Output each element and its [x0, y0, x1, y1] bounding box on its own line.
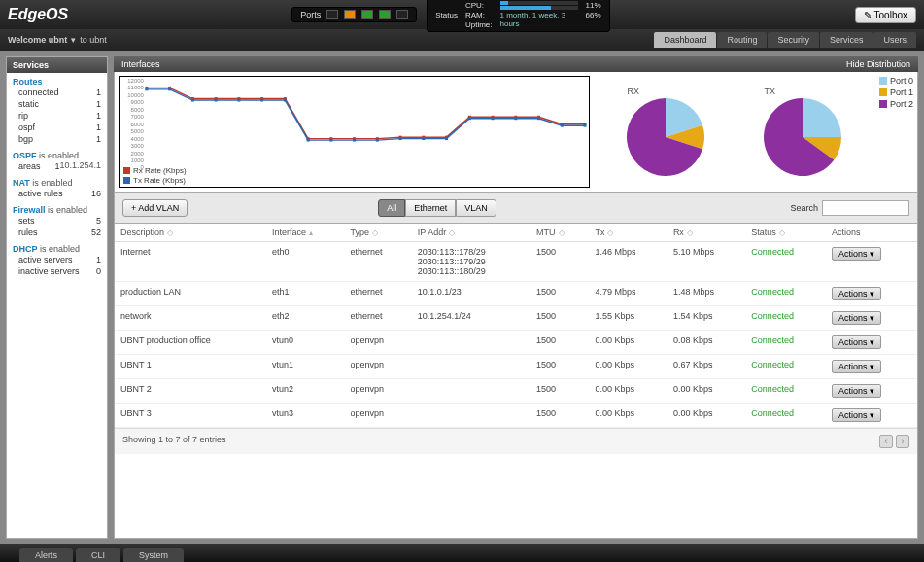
legend-item: Port 1 [879, 88, 913, 97]
toolbox-button[interactable]: ✎ Toolbox [855, 7, 916, 23]
svg-rect-37 [237, 99, 240, 102]
cell-status: Connected [745, 331, 826, 355]
next-page-button[interactable]: › [896, 435, 909, 448]
cell-if: vtun2 [266, 379, 344, 404]
sidebar-group-routes[interactable]: Routes [13, 77, 101, 87]
svg-text:6000: 6000 [131, 122, 145, 127]
status-box: Status CPU: RAM: Uptime: 1 month, 1 week… [427, 0, 609, 32]
welcome-dropdown-icon[interactable]: ▾ [71, 35, 76, 45]
cell-ip [412, 355, 530, 379]
table-row: UBNT 3vtun3openvpn15000.00 Kbps0.00 Kbps… [115, 404, 917, 428]
content: Interfaces Hide Distribution 01000200030… [114, 56, 918, 539]
sidebar-group-ospf[interactable]: OSPF is enabled 10.1.254.1 [13, 151, 101, 160]
sidebar-group-dhcp[interactable]: DHCP is enabled [13, 244, 101, 254]
top-bar: EdgeOS Ports Status CPU: RAM: Uptime: 1 … [0, 0, 924, 29]
filter-ethernet-button[interactable]: Ethernet [405, 199, 456, 217]
cell-tx: 0.00 Kbps [589, 331, 667, 355]
cell-status: Connected [745, 306, 826, 331]
add-vlan-button[interactable]: + Add VLAN [122, 199, 188, 217]
cell-rx: 1.54 Kbps [667, 306, 745, 331]
col-rx[interactable]: Rx◇ [667, 224, 745, 242]
cell-desc: UBNT 2 [115, 379, 266, 404]
cell-mtu: 1500 [530, 331, 589, 355]
cell-tx: 1.55 Kbps [589, 306, 667, 331]
table-row: networketh2ethernet10.1.254.1/2415001.55… [115, 306, 917, 331]
chart-legend: Rx Rate (Kbps)Tx Rate (Kbps) [123, 166, 187, 185]
tab-routing[interactable]: Routing [717, 32, 767, 48]
sidebar-item: rip1 [13, 110, 101, 122]
sidebar-group-firewall[interactable]: Firewall is enabled [13, 205, 101, 215]
hide-distribution-link[interactable]: Hide Distribution [846, 59, 910, 69]
svg-rect-38 [260, 99, 263, 102]
cell-status: Connected [745, 282, 826, 306]
cell-rx: 0.00 Kbps [667, 379, 745, 404]
cell-if: eth1 [266, 282, 344, 306]
col-description[interactable]: Description◇ [115, 224, 266, 242]
port-4-icon [396, 10, 408, 19]
cell-mtu: 1500 [530, 242, 589, 282]
svg-rect-39 [284, 99, 287, 102]
col-actions[interactable]: Actions [826, 224, 917, 242]
cell-status: Connected [745, 355, 826, 379]
row-actions-button[interactable]: Actions ▾ [832, 247, 881, 261]
table-row: production LANeth1ethernet10.1.0.1/23150… [115, 282, 917, 306]
prev-page-button[interactable]: ‹ [879, 435, 893, 448]
footer-bar: AlertsCLISystem [0, 544, 924, 562]
cell-rx: 0.00 Kbps [667, 404, 745, 428]
tab-services[interactable]: Services [820, 32, 873, 48]
sidebar-item: active servers1 [13, 254, 101, 265]
footer-tab-cli[interactable]: CLI [76, 548, 120, 562]
tab-dashboard[interactable]: Dashboard [654, 32, 716, 48]
row-actions-button[interactable]: Actions ▾ [832, 311, 881, 325]
row-actions-button[interactable]: Actions ▾ [832, 287, 881, 300]
svg-rect-43 [376, 139, 379, 142]
svg-text:8000: 8000 [131, 107, 145, 113]
cell-ip: 2030:113::178/292030:113::179/292030:113… [412, 242, 530, 282]
main-area: Services Routesconnected1static1rip1ospf… [0, 51, 924, 544]
col-tx[interactable]: Tx◇ [589, 224, 667, 242]
pie-tx: TX [764, 87, 841, 178]
cell-type: openvpn [344, 379, 411, 404]
logo: EdgeOS [8, 6, 68, 23]
sidebar-item: areas1 [13, 160, 59, 172]
svg-rect-41 [329, 139, 332, 142]
table-footer-text: Showing 1 to 7 of 7 entries [122, 435, 226, 448]
svg-rect-45 [422, 137, 425, 140]
ram-label: RAM: [465, 11, 493, 19]
svg-text:11000: 11000 [127, 85, 144, 90]
interfaces-table-wrap: Description◇Interface▴Type◇IP Addr◇MTU◇T… [114, 224, 918, 539]
sidebar-item: inactive servers0 [13, 265, 101, 277]
col-mtu[interactable]: MTU◇ [530, 224, 589, 242]
col-interface[interactable]: Interface▴ [266, 224, 344, 242]
row-actions-button[interactable]: Actions ▾ [832, 408, 881, 422]
row-actions-button[interactable]: Actions ▾ [832, 360, 881, 373]
cell-rx: 0.08 Kbps [667, 331, 745, 355]
row-actions-button[interactable]: Actions ▾ [832, 384, 881, 398]
row-actions-button[interactable]: Actions ▾ [832, 335, 881, 349]
col-ip-addr[interactable]: IP Addr◇ [412, 224, 530, 242]
search-input[interactable] [822, 200, 909, 216]
cell-mtu: 1500 [530, 404, 589, 428]
filter-all-button[interactable]: All [378, 199, 405, 217]
sidebar-group-nat[interactable]: NAT is enabled [13, 178, 101, 188]
svg-rect-52 [584, 124, 587, 127]
footer-tab-alerts[interactable]: Alerts [19, 548, 73, 562]
col-status[interactable]: Status◇ [745, 224, 826, 242]
cell-rx: 0.67 Kbps [667, 355, 745, 379]
filter-vlan-button[interactable]: VLAN [456, 199, 496, 217]
cell-type: ethernet [344, 306, 411, 331]
svg-rect-51 [561, 124, 564, 127]
cell-type: ethernet [344, 282, 411, 306]
cell-if: eth0 [266, 242, 344, 282]
cell-type: openvpn [344, 355, 411, 379]
footer-tab-system[interactable]: System [123, 548, 184, 562]
col-type[interactable]: Type◇ [344, 224, 411, 242]
cell-status: Connected [745, 379, 826, 404]
cell-ip [412, 404, 530, 428]
pie-rx: RX [627, 87, 704, 178]
tab-security[interactable]: Security [768, 32, 819, 48]
svg-text:3000: 3000 [131, 143, 145, 149]
tab-users[interactable]: Users [873, 32, 916, 48]
nav-tabs: DashboardRoutingSecurityServicesUsers [654, 32, 916, 48]
table-footer: Showing 1 to 7 of 7 entries ‹ › [115, 428, 917, 454]
